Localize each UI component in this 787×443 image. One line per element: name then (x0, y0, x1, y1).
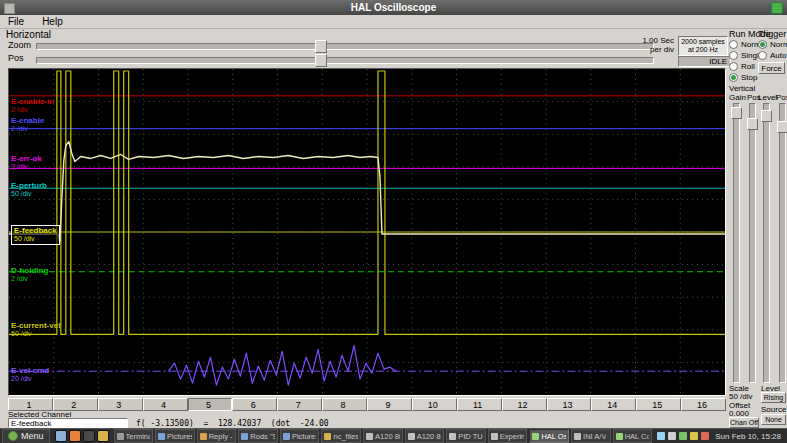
window-button-label: Reply -... (209, 432, 234, 441)
messages-icon[interactable] (701, 432, 709, 440)
channel-button-15[interactable]: 15 (636, 398, 681, 411)
volume-icon[interactable] (668, 432, 676, 440)
clock[interactable]: Sun Feb 10, 15:28 (711, 432, 785, 441)
window-button-icon (449, 433, 456, 440)
window-button-icon (200, 433, 207, 440)
vertical-pos-slider[interactable] (749, 103, 756, 383)
window-titlebar[interactable]: HAL Oscilloscope (0, 0, 787, 15)
cursor-readout: f( -3.13500) = 128.42037 (dot -24.00 (136, 419, 329, 428)
taskbar-window-pictures[interactable]: Pictures (155, 429, 195, 443)
vertical-gain-slider-handle[interactable] (731, 107, 742, 119)
radio-indicator (729, 62, 738, 71)
radio-label: Stop (741, 73, 757, 82)
window-button-icon (117, 433, 124, 440)
gain-header: Gain (729, 93, 746, 102)
window-button-label: Rods "S... (250, 432, 275, 441)
taskbar-window-terminal[interactable]: Terminal (114, 429, 154, 443)
taskbar-window-hal-os-[interactable]: HAL Os... (529, 429, 569, 443)
force-button[interactable]: Force (758, 62, 785, 74)
chan-off-button[interactable]: Chan Off (729, 417, 759, 428)
vertical-gain-slider[interactable] (733, 103, 740, 383)
quick-launchers (55, 430, 109, 442)
taskbar-window-ini-a-v[interactable]: INI A/V (571, 429, 611, 443)
taskbar-window-a120-80-[interactable]: A120 80... (363, 429, 403, 443)
titlebar-green-icon[interactable] (771, 2, 783, 14)
radio-normal[interactable]: Normal (758, 40, 787, 49)
radio-auto[interactable]: Auto (758, 51, 787, 60)
window-title: HAL Oscilloscope (351, 2, 436, 13)
terminal-icon[interactable] (83, 430, 95, 442)
trigger-edge-button[interactable]: Rising (761, 392, 786, 403)
samples-readout: 2000 samplesat 200 Hz (678, 36, 728, 56)
trigger-level-slider[interactable] (763, 103, 770, 383)
radio-indicator (758, 51, 767, 60)
taskbar-window-pid-tune[interactable]: PID TUNE (446, 429, 486, 443)
taskbar-window-hal-co-[interactable]: HAL Co... (613, 429, 653, 443)
window-button-label: Experim... (500, 432, 525, 441)
window-button-icon (366, 433, 373, 440)
files-icon[interactable] (97, 430, 109, 442)
channel-button-3[interactable]: 3 (98, 398, 143, 411)
window-button-label: nc_files (333, 432, 358, 441)
tpos-header: Pos (776, 93, 787, 102)
channel-button-9[interactable]: 9 (367, 398, 412, 411)
window-button-label: A120 80... (417, 432, 442, 441)
trigger-radios: NormalAuto (758, 40, 787, 60)
channel-button-14[interactable]: 14 (591, 398, 636, 411)
trigger-source-label: Source (761, 405, 786, 414)
trigger-pos-slider-handle[interactable] (777, 121, 787, 133)
radio-label: Auto (770, 51, 786, 60)
channel-button-8[interactable]: 8 (322, 398, 367, 411)
taskbar-window-a120-80-[interactable]: A120 80... (405, 429, 445, 443)
radio-indicator (758, 40, 767, 49)
window-icon (4, 3, 15, 14)
hpos-slider[interactable] (36, 57, 654, 64)
browser-icon[interactable] (69, 430, 81, 442)
radio-stop[interactable]: Stop (729, 73, 767, 82)
capture-status: IDLE (678, 56, 731, 67)
zoom-slider-handle[interactable] (315, 40, 327, 53)
window-button-icon (324, 433, 331, 440)
taskbar-window-nc-files[interactable]: nc_files (321, 429, 361, 443)
channel-button-7[interactable]: 7 (277, 398, 322, 411)
trigger-pos-slider[interactable] (779, 103, 786, 383)
window-button-label: Terminal (126, 432, 151, 441)
channel-button-6[interactable]: 6 (232, 398, 277, 411)
window-button-label: PID TUNE (458, 432, 483, 441)
battery-icon[interactable] (690, 432, 698, 440)
vertical-pos-slider-handle[interactable] (747, 118, 758, 130)
window-button-label: A120 80... (375, 432, 400, 441)
update-icon[interactable] (679, 432, 687, 440)
trigger-source-button[interactable]: None (761, 414, 786, 425)
channel-button-13[interactable]: 13 (547, 398, 592, 411)
horizontal-section-label: Horizontal (6, 29, 51, 40)
start-menu-button[interactable]: Menu (2, 429, 50, 443)
show-desktop-icon[interactable] (55, 430, 67, 442)
taskbar-window-pictures[interactable]: Pictures (280, 429, 320, 443)
menu-file[interactable]: File (6, 16, 26, 27)
channel-button-16[interactable]: 16 (681, 398, 726, 411)
menu-help[interactable]: Help (40, 16, 65, 27)
taskbar: Menu TerminalPicturesReply -...Rods "S..… (0, 428, 787, 443)
hpos-slider-handle[interactable] (315, 54, 327, 67)
trace-feedback-trace (9, 142, 725, 242)
zoom-slider[interactable] (36, 43, 654, 50)
taskbar-window-reply-[interactable]: Reply -... (197, 429, 237, 443)
channel-button-10[interactable]: 10 (412, 398, 457, 411)
trace-noise-trace (169, 345, 396, 385)
radio-indicator (729, 73, 738, 82)
channel-button-12[interactable]: 12 (502, 398, 547, 411)
channel-button-11[interactable]: 11 (457, 398, 502, 411)
trigger-level-slider-handle[interactable] (761, 110, 772, 122)
window-button-icon (241, 433, 248, 440)
taskbar-window-rods-s-[interactable]: Rods "S... (238, 429, 278, 443)
network-icon[interactable] (657, 432, 665, 440)
menubar: File Help (0, 15, 787, 29)
selected-channel-input[interactable] (8, 418, 128, 428)
channel-button-5[interactable]: 5 (188, 398, 233, 411)
taskbar-window-experim-[interactable]: Experim... (488, 429, 528, 443)
channel-button-4[interactable]: 4 (143, 398, 188, 411)
trace-pulse-trace (9, 71, 725, 334)
menu-label: Menu (21, 431, 44, 441)
window-button-icon (283, 433, 290, 440)
